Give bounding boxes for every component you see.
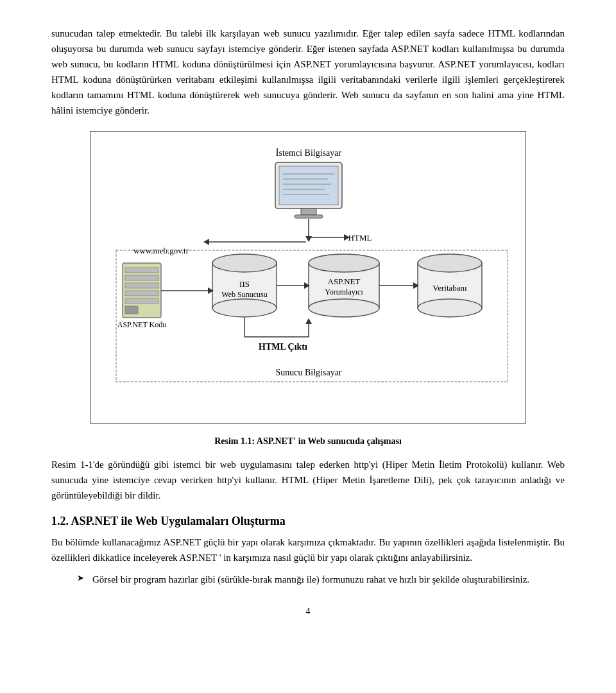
server-computer-label: Sunucu Bilgisayar: [275, 368, 341, 377]
svg-rect-32: [125, 291, 158, 296]
svg-point-23: [418, 299, 482, 317]
page-number: 4: [51, 606, 565, 617]
svg-point-22: [418, 254, 482, 272]
client-computer-label: İstemci Bilgisayar: [276, 148, 342, 158]
svg-rect-1: [301, 209, 316, 215]
svg-marker-12: [203, 239, 209, 245]
list-item: Görsel bir program hazırlar gibi (sürükl…: [77, 572, 565, 587]
svg-marker-10: [305, 236, 312, 242]
paragraph-3: Bu bölümde kullanacağımız ASP.NET güçlü …: [51, 535, 565, 565]
db-label: Veritabanı: [432, 283, 467, 293]
svg-rect-33: [125, 298, 158, 304]
svg-point-17: [212, 299, 277, 317]
main-content: sunucudan talep etmektedir. Bu talebi il…: [51, 26, 565, 617]
svg-rect-3: [279, 166, 338, 205]
aspnet-label2: Yorumlayıcı: [325, 287, 363, 296]
html-label: HTML: [348, 233, 372, 243]
svg-rect-31: [125, 283, 158, 288]
svg-point-19: [309, 254, 379, 272]
section-heading: 1.2. ASP.NET ile Web Uygulamaları Oluştu…: [51, 515, 565, 528]
diagram-container: İstemci Bilgisayar www.meb.gov.tr HTML: [90, 131, 526, 424]
svg-rect-34: [125, 306, 138, 314]
paragraph-2: Resim 1-1'de göründüğü gibi istemci bir …: [51, 457, 565, 503]
svg-rect-30: [125, 275, 158, 280]
html-cikti-label: HTML Çıktı: [259, 342, 307, 352]
svg-rect-29: [125, 268, 158, 273]
architecture-diagram: İstemci Bilgisayar www.meb.gov.tr HTML: [103, 144, 514, 414]
aspnet-label1: ASP.NET: [328, 277, 361, 286]
iis-label1: IIS: [239, 279, 250, 289]
bullet-list: Görsel bir program hazırlar gibi (sürükl…: [77, 572, 565, 587]
svg-rect-2: [295, 215, 323, 218]
svg-marker-40: [305, 318, 312, 324]
svg-point-20: [309, 299, 379, 317]
aspnet-kodu-label: ASP.NET Kodu: [117, 320, 166, 329]
caption: Resim 1.1: ASP.NET' in Web sunucuda çalı…: [51, 436, 565, 447]
svg-point-16: [212, 254, 277, 272]
iis-label2: Web Sunucusu: [221, 290, 267, 299]
paragraph-1: sunucudan talep etmektedir. Bu talebi il…: [51, 26, 565, 118]
